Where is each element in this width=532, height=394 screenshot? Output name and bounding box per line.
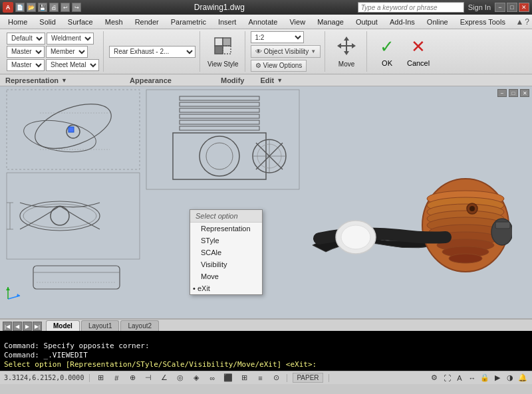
menu-annotate[interactable]: Annotate [243, 17, 283, 27]
svg-point-57 [449, 254, 482, 263]
menu-online[interactable]: Online [422, 17, 454, 27]
weldment-select[interactable]: Weldment [47, 33, 94, 45]
model-space-icon[interactable]: ⊞ [95, 373, 106, 383]
layout-first-button[interactable]: |◀ [3, 322, 12, 331]
dropdown-row-1: Default Weldment [7, 33, 99, 45]
scale-visibility-section: 1:2 👁 Object Visibility ▼ ⚙ View Options [247, 31, 326, 72]
grid-icon[interactable]: # [111, 373, 122, 383]
viewport[interactable]: − □ ✕ [0, 86, 532, 319]
edit-section-label: Edit [260, 76, 274, 84]
window-controls: − □ ✕ [495, 3, 529, 12]
view-style-button[interactable]: View Style [205, 34, 241, 69]
edit-chevron[interactable]: ▼ [277, 77, 283, 84]
representation-chevron[interactable]: ▼ [61, 77, 67, 84]
main-toolbar: Default Weldment Master Member Master Sh… [0, 29, 532, 74]
paper-button[interactable]: PAPER [293, 373, 323, 383]
menu-solid[interactable]: Solid [34, 17, 61, 27]
hardware-accel-icon[interactable]: ▶ [492, 373, 503, 383]
cm-scale[interactable]: SCAle [190, 246, 262, 258]
svg-rect-28 [180, 96, 259, 100]
3dosnap-icon[interactable]: ◈ [191, 373, 201, 383]
master-select-1[interactable]: Master [7, 46, 45, 58]
dropdown-row-2: Master Member [7, 46, 99, 58]
menu-render[interactable]: Render [130, 17, 164, 27]
ducs-icon[interactable]: ⬛ [223, 373, 233, 383]
help-icon[interactable]: ? [525, 17, 529, 27]
menu-addins[interactable]: Add-Ins [384, 17, 420, 27]
menu-manage[interactable]: Manage [312, 17, 349, 27]
menu-home[interactable]: Home [3, 17, 33, 27]
cm-exit[interactable]: eXit [190, 282, 262, 294]
new-icon[interactable]: 📄 [15, 3, 25, 12]
ribbon-pin-icon[interactable]: ▲ [515, 17, 523, 27]
sign-in-text[interactable]: Sign In [468, 3, 491, 11]
view-options-button[interactable]: ⚙ View Options [251, 60, 307, 72]
otrack-icon[interactable]: ∞ [207, 373, 217, 383]
ortho-icon[interactable]: ⊣ [143, 373, 154, 383]
sync-icon[interactable]: ↔ [467, 373, 477, 383]
move-button[interactable]: Move [331, 34, 362, 69]
menu-mesh[interactable]: Mesh [100, 17, 128, 27]
object-visibility-button[interactable]: 👁 Object Visibility ▼ [251, 45, 321, 58]
sheet-metal-select[interactable]: Sheet Metal [46, 59, 99, 71]
title-bar: A 📄 📂 💾 🖨 ↩ ↪ Drawing1.dwg Sign In − □ ✕ [0, 0, 532, 15]
cm-representation[interactable]: Representation [190, 223, 262, 235]
scale-select[interactable]: 1:2 [251, 31, 304, 43]
dyn-icon[interactable]: ⊞ [239, 373, 249, 383]
notifications-icon[interactable]: 🔔 [517, 373, 528, 383]
fullscreen-icon[interactable]: ⛶ [442, 373, 452, 383]
open-icon[interactable]: 📂 [27, 3, 36, 12]
toolbar-lock-icon[interactable]: 🔒 [479, 373, 490, 383]
vp-close-button[interactable]: ✕ [520, 89, 529, 97]
menu-output[interactable]: Output [350, 17, 383, 27]
menu-insert[interactable]: Insert [213, 17, 242, 27]
svg-rect-30 [180, 108, 259, 112]
model-tab[interactable]: Model [46, 320, 80, 331]
master-select-2[interactable]: Master [7, 59, 45, 71]
layout-prev-button[interactable]: ◀ [13, 322, 22, 331]
snap-icon[interactable]: ⊕ [127, 373, 138, 383]
cancel-button[interactable]: ✕ Cancel [404, 35, 433, 68]
search-input[interactable] [358, 2, 464, 13]
redo-icon[interactable]: ↪ [72, 3, 81, 12]
rear-exhaust-section: Rear Exhaust - 2... [105, 31, 200, 72]
layout2-tab[interactable]: Layout2 [120, 320, 159, 331]
app-icon: A [3, 2, 13, 13]
rear-exhaust-select[interactable]: Rear Exhaust - 2... [109, 46, 196, 58]
menu-parametric[interactable]: Parametric [166, 17, 211, 27]
win-min-button[interactable]: − [495, 3, 505, 12]
menu-surface[interactable]: Surface [63, 17, 98, 27]
win-close-button[interactable]: ✕ [519, 3, 529, 12]
tp-icon[interactable]: ⊙ [271, 373, 281, 383]
cm-visibility[interactable]: Visibility [190, 258, 262, 270]
annotation-scale-icon[interactable]: A [454, 373, 465, 383]
member-select[interactable]: Member [46, 46, 88, 58]
layout-last-button[interactable]: ▶| [33, 322, 42, 331]
print-icon[interactable]: 🖨 [49, 3, 59, 12]
cm-style[interactable]: STyle [190, 235, 262, 246]
save-icon[interactable]: 💾 [38, 3, 47, 12]
lw-icon[interactable]: ≡ [255, 373, 265, 383]
undo-icon[interactable]: ↩ [61, 3, 70, 12]
menu-express-tools[interactable]: Express Tools [455, 17, 511, 27]
svg-rect-33 [180, 126, 259, 130]
cm-move[interactable]: Move [190, 270, 262, 282]
svg-rect-3 [223, 46, 231, 54]
context-menu: Select option Representation STyle SCAle… [190, 209, 263, 295]
default-select[interactable]: Default [7, 33, 45, 45]
osnap-icon[interactable]: ◎ [175, 373, 186, 383]
layout1-tab[interactable]: Layout1 [81, 320, 120, 331]
ok-button[interactable]: ✓ OK [372, 35, 402, 68]
menu-view[interactable]: View [284, 17, 311, 27]
vp-maximize-button[interactable]: □ [509, 89, 518, 97]
isolation-icon[interactable]: ◑ [505, 373, 515, 383]
vp-minimize-button[interactable]: − [497, 89, 507, 97]
workspace-icon[interactable]: ⚙ [429, 373, 440, 383]
layout-next-button[interactable]: ▶ [23, 322, 32, 331]
win-max-button[interactable]: □ [507, 3, 517, 12]
appearance-section-label: Appearance [130, 76, 172, 84]
representation-section-label: Representation [5, 76, 59, 84]
command-line-3[interactable]: Select option [Representation/STyle/SCal… [4, 360, 528, 369]
polar-icon[interactable]: ∠ [159, 373, 170, 383]
rear-exhaust-group: Rear Exhaust - 2... [109, 46, 196, 58]
